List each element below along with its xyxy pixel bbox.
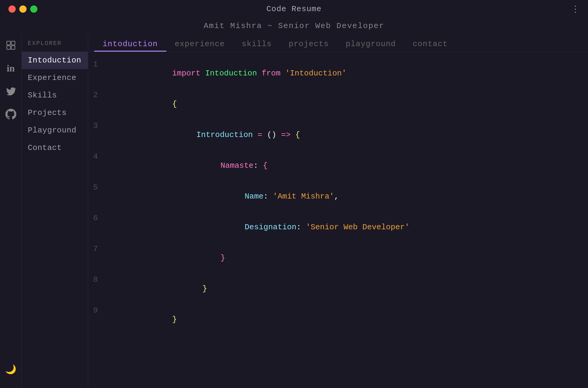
token-brace3: { [263, 161, 268, 170]
line-num-3: 3 [88, 121, 106, 130]
tab-experience[interactable]: experience [166, 37, 233, 52]
code-line-3: 3 Introduction = () => { [88, 119, 588, 150]
tab-intoduction[interactable]: intoduction [94, 37, 166, 52]
maximize-button[interactable] [30, 5, 37, 13]
explorer-icon[interactable] [4, 39, 18, 52]
token-var: Introduction [196, 130, 257, 139]
line-content-6: Designation: 'Senior Web Developer' [106, 214, 410, 241]
code-line-6: 6 Designation: 'Senior Web Developer' [88, 212, 588, 243]
sidebar-item-experience[interactable]: Experience [22, 69, 88, 87]
github-icon[interactable] [4, 107, 18, 121]
token-colon-4: : [254, 161, 263, 170]
token-arrow: => [281, 130, 295, 139]
token-string: 'Intoduction' [285, 69, 347, 78]
line-num-6: 6 [88, 214, 106, 223]
token-paren: () [267, 130, 281, 139]
svg-rect-3 [11, 46, 15, 49]
code-line-2: 2 { [88, 89, 588, 119]
sidebar-item-contact[interactable]: Contact [22, 139, 88, 157]
titlebar: Code Resume ⋮ [0, 0, 588, 18]
svg-rect-0 [7, 41, 10, 45]
code-line-5: 5 Name: 'Amit Mishra', [88, 181, 588, 212]
subtitle-text: Amit Mishra ~ Senior Web Developer [204, 21, 385, 30]
line-num-7: 7 [88, 244, 106, 253]
window-title: Code Resume [267, 5, 322, 14]
token-string-name: 'Amit Mishra' [273, 192, 334, 201]
svg-rect-1 [11, 41, 15, 45]
tabbar: intoduction experience skills projects p… [88, 34, 588, 52]
moon-icon[interactable]: 🌙 [4, 363, 18, 376]
code-line-8: 8 } [88, 273, 588, 304]
code-editor: 1 import Intoduction from 'Intoduction' … [88, 52, 588, 388]
token-brace-close1: } [172, 315, 177, 324]
code-line-4: 4 Namaste: { [88, 150, 588, 181]
icon-sidebar: in 🌙 [0, 34, 22, 388]
code-line-7: 7 } [88, 243, 588, 273]
linkedin-icon[interactable]: in [4, 62, 18, 75]
token-prop-name: Name [244, 192, 263, 201]
twitter-icon[interactable] [4, 84, 18, 98]
line-num-8: 8 [88, 275, 106, 284]
line-content-3: Introduction = () => { [106, 121, 300, 148]
token-prop-namaste: Namaste [220, 161, 253, 170]
close-button[interactable] [8, 5, 16, 13]
line-content-4: Namaste: { [106, 152, 267, 179]
line-num-5: 5 [88, 183, 106, 192]
traffic-lights [8, 5, 37, 13]
file-sidebar: EXPLORER Intoduction Experience Skills P… [22, 34, 88, 388]
token-string-designation: 'Senior Web Developer' [306, 223, 409, 232]
token-prop-designation: Designation [244, 223, 296, 232]
code-line-9: 9 } [88, 304, 588, 335]
subtitle-bar: Amit Mishra ~ Senior Web Developer [0, 18, 588, 34]
token-brace-close2: } [202, 284, 207, 293]
line-num-4: 4 [88, 152, 106, 161]
line-num-2: 2 [88, 91, 106, 100]
sidebar-item-playground[interactable]: Playground [22, 122, 88, 139]
token-eq: = [257, 130, 267, 139]
line-content-8: } [106, 275, 207, 302]
sidebar-item-intoduction[interactable]: Intoduction [22, 52, 88, 69]
sidebar-item-projects[interactable]: Projects [22, 104, 88, 122]
token-brace2: { [295, 130, 300, 139]
tab-playground[interactable]: playground [337, 37, 404, 52]
tab-projects[interactable]: projects [280, 37, 337, 52]
tab-contact[interactable]: contact [404, 37, 456, 52]
code-line-1: 1 import Intoduction from 'Intoduction' [88, 58, 588, 89]
app-window: Code Resume ⋮ Amit Mishra ~ Senior Web D… [0, 0, 588, 388]
line-content-5: Name: 'Amit Mishra', [106, 183, 339, 210]
line-content-1: import Intoduction from 'Intoduction' [106, 60, 347, 87]
tab-skills[interactable]: skills [233, 37, 280, 52]
line-content-9: } [106, 306, 177, 333]
line-num-9: 9 [88, 306, 106, 315]
token-class: Intoduction [205, 69, 262, 78]
token-from: from [262, 69, 285, 78]
token-import: import [172, 69, 205, 78]
sidebar-item-skills[interactable]: Skills [22, 87, 88, 104]
token-colon-6: : [296, 223, 306, 232]
explorer-label: EXPLORER [22, 40, 88, 52]
line-content-2: { [106, 91, 177, 118]
line-num-1: 1 [88, 60, 106, 69]
token-colon-5: : [264, 192, 273, 201]
main-content: in 🌙 [0, 34, 588, 388]
menu-dots[interactable]: ⋮ [571, 4, 580, 14]
minimize-button[interactable] [19, 5, 27, 13]
svg-rect-2 [7, 46, 10, 49]
line-content-7: } [106, 244, 225, 272]
token-brace-close3: } [220, 253, 225, 262]
token-comma-5: , [334, 192, 339, 201]
token-brace-open: { [172, 100, 177, 109]
